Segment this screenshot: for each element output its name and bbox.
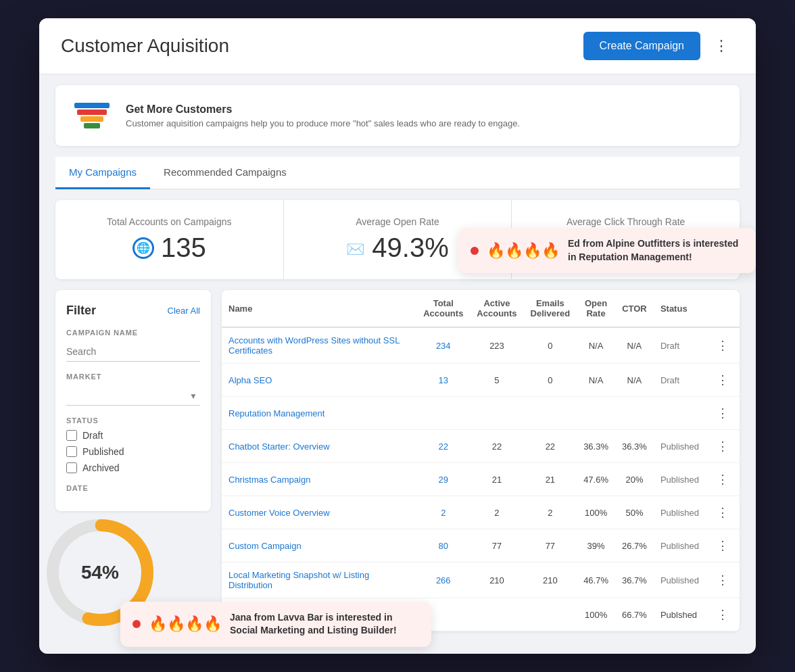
tabs: My Campaigns Recommended Campaigns <box>55 157 740 189</box>
row-name-0[interactable]: Accounts with WordPress Sites without SS… <box>222 327 416 364</box>
draft-checkbox[interactable] <box>66 430 77 441</box>
clear-all-button[interactable]: Clear All <box>168 306 200 316</box>
banner-description: Customer aquisition campaigns help you t… <box>126 118 520 128</box>
notification-text-2: Jana from Lavva Bar is interested in Soc… <box>230 611 419 638</box>
row-ctor-4: 20% <box>615 463 654 496</box>
row-delivered-8 <box>524 598 577 631</box>
header: Customer Aquisition Create Campaign ⋮ <box>39 18 756 74</box>
market-select-wrapper: ▼ <box>66 386 200 406</box>
row-active-7: 210 <box>470 562 523 598</box>
banner-text: Get More Customers Customer aquisition c… <box>126 103 520 128</box>
row-active-3: 22 <box>470 430 523 463</box>
row-ctor-1: N/A <box>615 364 654 397</box>
row-more-button-6[interactable]: ⋮ <box>713 537 733 554</box>
filter-title: Filter <box>66 304 96 318</box>
row-delivered-4: 21 <box>524 463 577 496</box>
table-row: Local Marketing Snapshot w/ Listing Dist… <box>222 562 740 598</box>
row-name-1[interactable]: Alpha SEO <box>222 364 416 397</box>
row-name-4[interactable]: Christmas Campaign <box>222 463 416 496</box>
status-option-draft[interactable]: Draft <box>66 430 200 441</box>
col-name: Name <box>222 290 416 327</box>
row-actions-7: ⋮ <box>706 562 740 598</box>
notification-popup-1: 🔥🔥🔥🔥 Ed from Alpine Outfitters is intere… <box>458 228 756 273</box>
row-name-6[interactable]: Custom Campaign <box>222 529 416 562</box>
banner: Get More Customers Customer aquisition c… <box>55 85 740 146</box>
row-more-button-5[interactable]: ⋮ <box>713 504 733 521</box>
row-actions-6: ⋮ <box>706 529 740 562</box>
table-row: Alpha SEO 13 5 0 N/A N/A Draft ⋮ <box>222 364 740 397</box>
row-delivered-2 <box>524 397 577 430</box>
col-ctor: CTOR <box>615 290 654 327</box>
table-row: Chatbot Starter: Overview 22 22 22 36.3%… <box>222 430 740 463</box>
row-active-8 <box>470 598 523 631</box>
row-ctor-3: 36.3% <box>615 430 654 463</box>
stat-open-rate-value: ✉️ 49.3% <box>346 233 448 263</box>
col-actions <box>706 290 740 327</box>
published-checkbox[interactable] <box>66 446 77 457</box>
row-delivered-5: 2 <box>524 496 577 529</box>
row-more-button-3[interactable]: ⋮ <box>713 437 733 455</box>
row-name-5[interactable]: Customer Voice Overview <box>222 496 416 529</box>
row-ctor-8: 66.7% <box>615 598 654 631</box>
row-delivered-3: 22 <box>524 430 577 463</box>
row-more-button-1[interactable]: ⋮ <box>713 371 733 389</box>
globe-icon: 🌐 <box>132 237 154 259</box>
row-status-3: Published <box>654 430 706 463</box>
row-more-button-4[interactable]: ⋮ <box>713 471 733 488</box>
row-openrate-0: N/A <box>577 327 615 364</box>
tab-recommended-campaigns[interactable]: Recommended Campaigns <box>150 157 300 189</box>
more-options-button[interactable]: ⋮ <box>708 34 734 57</box>
market-select[interactable] <box>66 386 200 406</box>
row-ctor-5: 50% <box>615 496 654 529</box>
row-actions-2: ⋮ <box>706 397 740 430</box>
row-status-6: Published <box>654 529 706 562</box>
row-status-7: Published <box>654 562 706 598</box>
col-open-rate: OpenRate <box>577 290 615 327</box>
row-actions-1: ⋮ <box>706 364 740 397</box>
row-openrate-1: N/A <box>577 364 615 397</box>
status-option-archived[interactable]: Archived <box>66 462 200 473</box>
row-delivered-6: 77 <box>524 529 577 562</box>
row-active-0: 223 <box>470 327 523 364</box>
row-openrate-5: 100% <box>577 496 615 529</box>
row-more-button-0[interactable]: ⋮ <box>713 337 733 354</box>
row-status-4: Published <box>654 463 706 496</box>
row-total-5: 2 <box>416 496 470 529</box>
table-header-row: Name TotalAccounts ActiveAccounts Emails… <box>222 290 740 327</box>
row-actions-5: ⋮ <box>706 496 740 529</box>
archived-checkbox[interactable] <box>66 462 77 473</box>
table-row: Custom Campaign 80 77 77 39% 26.7% Publi… <box>222 529 740 562</box>
row-more-button-2[interactable]: ⋮ <box>713 404 733 422</box>
app-container: Customer Aquisition Create Campaign ⋮ Ge… <box>39 18 756 654</box>
row-actions-3: ⋮ <box>706 430 740 463</box>
row-name-3[interactable]: Chatbot Starter: Overview <box>222 430 416 463</box>
row-total-0: 234 <box>416 327 470 364</box>
row-actions-4: ⋮ <box>706 463 740 496</box>
row-status-1: Draft <box>654 364 706 397</box>
stat-click-rate-label: Average Click Through Rate <box>567 216 685 227</box>
stat-total-accounts: Total Accounts on Campaigns 🌐 135 <box>55 200 284 279</box>
row-openrate-4: 47.6% <box>577 463 615 496</box>
filter-header: Filter Clear All <box>66 304 200 318</box>
row-ctor-2 <box>615 397 654 430</box>
row-total-6: 80 <box>416 529 470 562</box>
row-more-button-8[interactable]: ⋮ <box>713 606 733 623</box>
donut-label: 54% <box>81 562 119 583</box>
campaign-name-label: CAMPAIGN NAME <box>66 329 200 337</box>
status-option-published[interactable]: Published <box>66 446 200 457</box>
tab-my-campaigns[interactable]: My Campaigns <box>55 157 150 189</box>
stat-total-accounts-value: 🌐 135 <box>132 233 206 263</box>
row-status-8: Publshed <box>654 598 706 631</box>
notification-text-1: Ed from Alpine Outfitters is interested … <box>568 237 744 264</box>
row-openrate-2 <box>577 397 615 430</box>
search-input[interactable] <box>66 342 200 362</box>
row-active-5: 2 <box>470 496 523 529</box>
row-delivered-7: 210 <box>524 562 577 598</box>
table-body: Accounts with WordPress Sites without SS… <box>222 327 740 631</box>
create-campaign-button[interactable]: Create Campaign <box>583 32 700 60</box>
status-label: STATUS <box>66 416 200 425</box>
row-name-7[interactable]: Local Marketing Snapshot w/ Listing Dist… <box>222 562 416 598</box>
campaigns-table: Name TotalAccounts ActiveAccounts Emails… <box>222 290 740 631</box>
row-more-button-7[interactable]: ⋮ <box>713 571 733 589</box>
row-name-2[interactable]: Reputation Management <box>222 397 416 430</box>
